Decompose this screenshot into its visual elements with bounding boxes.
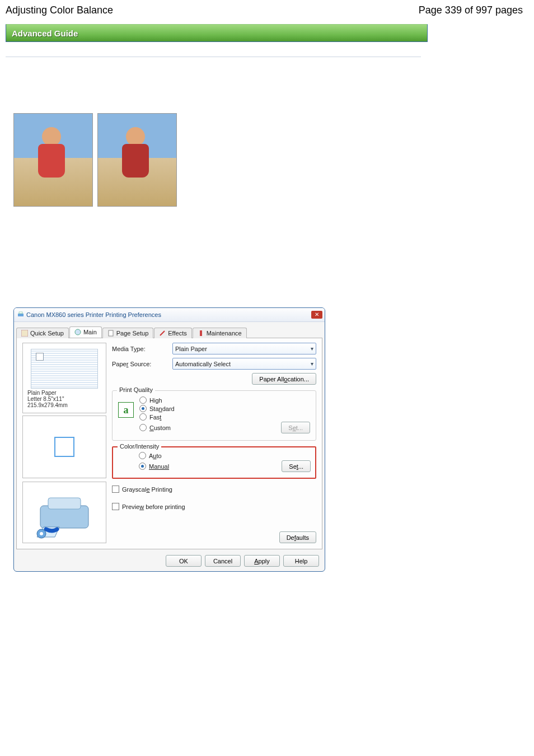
quality-high-radio[interactable]: High: [139, 396, 310, 404]
paper-source-select[interactable]: Automatically Select ▾: [172, 358, 316, 370]
quality-a-icon: a: [118, 402, 134, 418]
printer-app-icon: [17, 311, 24, 318]
color-set-button[interactable]: Set...: [282, 460, 311, 472]
color-manual-radio[interactable]: [139, 463, 146, 470]
svg-rect-4: [109, 330, 113, 336]
help-button[interactable]: Help: [283, 555, 319, 567]
preferences-dialog: Canon MX860 series Printer Printing Pref…: [13, 307, 325, 572]
page-title: Adjusting Color Balance: [6, 4, 113, 16]
preview-media-label: Plain Paper: [27, 390, 101, 396]
tab-label: Main: [83, 329, 97, 335]
tab-label: Effects: [168, 330, 186, 337]
print-quality-group: Print Quality a High Standard Fast Custo…: [112, 390, 316, 441]
tab-label: Maintenance: [207, 330, 242, 337]
cancel-button[interactable]: Cancel: [205, 555, 241, 567]
svg-rect-7: [48, 498, 81, 509]
dialog-titlebar: Canon MX860 series Printer Printing Pref…: [14, 308, 325, 322]
tab-effects[interactable]: Effects: [154, 328, 191, 338]
tab-panel-main: Plain Paper Letter 8.5"x11" 215.9x279.4m…: [16, 338, 322, 549]
color-auto-radio[interactable]: Auto: [139, 452, 311, 459]
svg-point-3: [75, 329, 81, 335]
preview-before-checkbox[interactable]: Preview before printing: [112, 503, 316, 510]
section-divider: [6, 57, 421, 57]
window-close-button[interactable]: ✕: [311, 311, 322, 319]
tab-main[interactable]: Main: [69, 326, 102, 338]
effects-icon: [159, 330, 166, 337]
quality-standard-radio[interactable]: Standard: [139, 405, 310, 412]
color-manual-label: Manual: [149, 463, 169, 470]
media-type-value: Plain Paper: [175, 346, 207, 352]
page-setup-icon: [107, 330, 114, 337]
photo-before: [13, 113, 93, 207]
tab-page-setup[interactable]: Page Setup: [102, 328, 154, 338]
svg-rect-0: [18, 314, 24, 316]
svg-rect-5: [200, 330, 202, 336]
quality-set-button[interactable]: Set...: [281, 422, 310, 433]
print-quality-title: Print Quality: [117, 386, 155, 393]
svg-rect-2: [21, 330, 28, 337]
printer-preview: [22, 482, 106, 543]
paper-allocation-button[interactable]: Paper Allocation...: [252, 373, 316, 385]
example-photos: [13, 113, 523, 207]
tab-label: Page Setup: [116, 330, 149, 337]
printer-icon: [34, 494, 95, 539]
tab-maintenance[interactable]: Maintenance: [193, 328, 247, 338]
quality-custom-radio[interactable]: [139, 424, 147, 431]
quality-fast-radio[interactable]: Fast: [139, 413, 310, 421]
dialog-title-text: Canon MX860 series Printer Printing Pref…: [26, 311, 161, 318]
quick-setup-icon: [21, 330, 28, 337]
preview-size-label: Letter 8.5"x11" 215.9x279.4mm: [27, 396, 101, 408]
chevron-down-icon: ▾: [311, 361, 313, 367]
maintenance-icon: [198, 330, 204, 337]
ok-button[interactable]: OK: [166, 555, 202, 567]
tab-quick-setup[interactable]: Quick Setup: [16, 328, 69, 338]
grayscale-checkbox[interactable]: Grayscale Printing: [112, 486, 316, 493]
paper-source-label: Paper Source:: [112, 361, 151, 367]
main-tab-icon: [74, 329, 81, 335]
guide-banner-label: Advanced Guide: [12, 29, 78, 38]
guide-banner: Advanced Guide: [6, 24, 428, 42]
color-swatch: [54, 437, 74, 457]
page-preview: Plain Paper Letter 8.5"x11" 215.9x279.4m…: [22, 343, 106, 413]
dialog-button-row: OK Cancel Apply Help: [14, 552, 325, 571]
media-type-select[interactable]: Plain Paper ▾: [172, 343, 316, 354]
color-intensity-group: Color/Intensity Auto Manual Set...: [112, 446, 316, 479]
chevron-down-icon: ▾: [311, 346, 313, 352]
photo-after: [97, 113, 177, 207]
color-intensity-title: Color/Intensity: [118, 443, 161, 450]
paper-source-value: Automatically Select: [175, 361, 231, 367]
tab-strip: Quick Setup Main Page Setup Effects Main…: [14, 322, 325, 338]
svg-point-9: [40, 532, 43, 535]
color-swatch-preview: [22, 416, 106, 478]
svg-rect-1: [19, 312, 22, 314]
defaults-button[interactable]: Defaults: [279, 531, 316, 543]
apply-button[interactable]: Apply: [244, 555, 280, 567]
quality-custom-label: Custom: [149, 424, 171, 431]
media-type-label: Media Type:: [112, 346, 146, 352]
page-counter: Page 339 of 997 pages: [419, 4, 523, 16]
tab-label: Quick Setup: [30, 330, 64, 337]
